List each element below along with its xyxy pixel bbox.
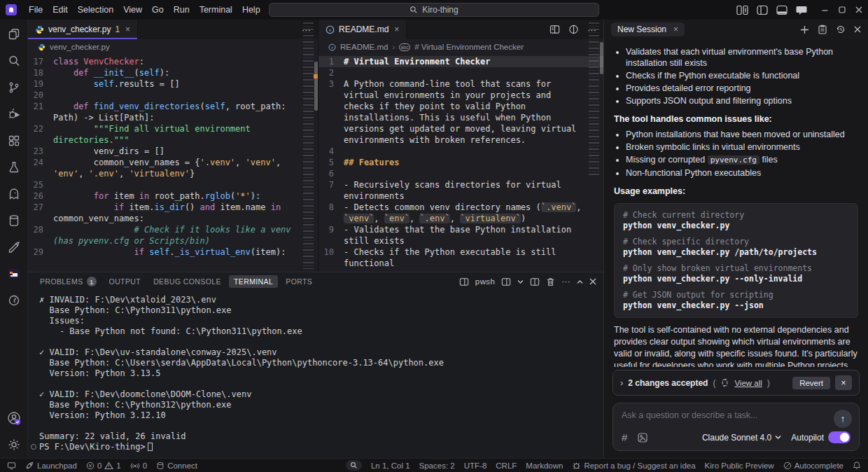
pixel-art-icon[interactable] (6, 266, 22, 282)
code-line: 5## Features (318, 157, 603, 168)
launchpad-status[interactable]: Launchpad (25, 461, 77, 470)
menu-terminal[interactable]: Terminal (195, 4, 237, 16)
changes-accepted-bar[interactable]: › 2 changes accepted ( View all ) Revert… (612, 370, 860, 396)
history-icon[interactable] (836, 25, 846, 34)
connect-status[interactable]: Connect (156, 461, 197, 470)
search-icon[interactable] (6, 53, 22, 69)
trash-icon[interactable] (546, 277, 555, 286)
command-search-box[interactable]: Kiro-thing (269, 3, 599, 17)
breadcrumb[interactable]: README.md › abc # Virtual Environment Ch… (318, 39, 603, 55)
maximize-button[interactable] (839, 6, 846, 13)
language-mode[interactable]: Markdown (526, 461, 563, 470)
problems-status[interactable]: 0 1 (86, 461, 121, 470)
chat-icon[interactable] (796, 5, 807, 15)
terminal-prompt-line[interactable]: PS F:\Dev\Kiro-thing> (39, 442, 603, 452)
terminal-instance-icon[interactable] (459, 277, 469, 286)
eol-sequence[interactable]: CRLF (496, 461, 517, 470)
panel-bottom-icon[interactable] (776, 5, 788, 15)
history-icon[interactable] (6, 293, 22, 308)
account-icon[interactable] (6, 410, 22, 426)
close-session-icon[interactable]: × (673, 25, 678, 34)
kiro-preview-label[interactable]: Kiro Public Preview (705, 461, 774, 470)
code-editor-readme[interactable]: 1# Virtual Environment Checker2 3A Pytho… (318, 55, 603, 272)
tab-readme[interactable]: README.md × (318, 20, 407, 39)
feedback-link[interactable]: Report a bug / Suggest an idea (572, 461, 695, 470)
chevron-down-icon[interactable] (517, 279, 524, 284)
markdown-preview-icon[interactable] (550, 25, 560, 34)
chevron-up-icon[interactable] (577, 279, 583, 284)
prompt-pen-icon[interactable] (6, 240, 22, 255)
run-debug-icon[interactable] (6, 106, 22, 122)
extensions-icon[interactable] (6, 133, 22, 148)
close-panel-icon[interactable] (589, 278, 596, 285)
autocomplete-status[interactable]: Autocomplete (783, 461, 844, 470)
indentation[interactable]: Spaces: 2 (419, 461, 455, 470)
code-line: 10- Checks if the Python executable is s… (318, 247, 603, 269)
scrollbar[interactable] (600, 42, 603, 74)
minimize-button[interactable] (821, 6, 829, 14)
expand-chevron-icon[interactable]: › (620, 377, 623, 388)
menu-selection[interactable]: Selection (73, 4, 118, 16)
close-panel-icon[interactable] (854, 26, 861, 33)
scrollbar[interactable] (314, 62, 318, 111)
kiro-ghost-icon[interactable] (6, 186, 22, 202)
chat-session-tab[interactable]: New Session × (611, 22, 685, 36)
tab-venv-checker[interactable]: venv_checker.py 1 × (28, 20, 138, 39)
new-terminal-icon[interactable] (501, 277, 511, 286)
close-tab-icon[interactable]: × (394, 25, 399, 34)
menu-go[interactable]: Go (147, 4, 169, 16)
chat-message-area[interactable]: Validates that each virtual environment'… (604, 39, 868, 367)
tab-debug-console[interactable]: DEBUG CONSOLE (148, 275, 226, 288)
testing-icon[interactable] (6, 160, 22, 175)
model-selector[interactable]: Claude Sonnet 4.0 (702, 433, 781, 443)
kiro-logo-icon[interactable] (6, 4, 17, 15)
chat-input[interactable] (622, 410, 809, 420)
tab-problems[interactable]: PROBLEMS1 (35, 275, 102, 289)
more-actions-icon[interactable]: ··· (587, 25, 596, 35)
explorer-icon[interactable] (6, 27, 22, 42)
panel-left-icon[interactable] (757, 5, 768, 15)
tab-ports[interactable]: PORTS (281, 275, 317, 288)
close-button[interactable] (855, 6, 862, 13)
split-terminal-icon[interactable] (530, 277, 540, 286)
breadcrumb[interactable]: venv_checker.py (28, 39, 318, 55)
broadcast-status[interactable]: 0 (130, 461, 147, 470)
settings-gear-icon[interactable] (6, 437, 22, 452)
menu-edit[interactable]: Edit (48, 4, 73, 16)
shell-label[interactable]: pwsh (475, 277, 495, 286)
encoding[interactable]: UTF-8 (464, 461, 487, 470)
code-line: 1# Virtual Environment Checker (318, 56, 603, 67)
context-hash-icon[interactable]: # (622, 431, 627, 443)
menu-run[interactable]: Run (169, 4, 195, 16)
close-tab-icon[interactable]: × (125, 25, 130, 34)
revert-button[interactable]: Revert (792, 377, 830, 389)
bell-icon[interactable] (853, 461, 861, 470)
view-all-link[interactable]: View all (734, 379, 762, 387)
code-line: 9- Validates that the base Python instal… (318, 224, 603, 247)
autopilot-toggle[interactable] (828, 431, 850, 443)
customize-layout-icon[interactable] (736, 5, 748, 15)
tab-output[interactable]: OUTPUT (104, 275, 146, 288)
tab-terminal[interactable]: TERMINAL (229, 275, 278, 288)
cursor-position[interactable]: Ln 1, Col 1 (371, 461, 410, 470)
more-actions-icon[interactable]: ··· (561, 277, 570, 286)
send-button[interactable]: ↑ (834, 410, 852, 428)
terminal-line: Version: Python 3.13.5 (39, 368, 603, 379)
attach-image-icon[interactable] (637, 432, 648, 443)
split-editor-icon[interactable] (568, 25, 579, 34)
dismiss-changes-button[interactable]: × (835, 375, 852, 390)
terminal-output[interactable]: ✗ INVALID: F:\Dev\xtaloid_2023\.env Base… (28, 291, 603, 458)
screencast-pill[interactable] (346, 460, 362, 471)
task-list-icon[interactable] (818, 25, 827, 34)
chat-input-box[interactable]: ↑ # Claude Sonnet 4.0 Autopilot (612, 403, 860, 451)
menu-view[interactable]: View (118, 4, 147, 16)
info-icon (326, 25, 335, 34)
new-session-icon[interactable] (800, 25, 809, 34)
database-icon[interactable] (6, 213, 22, 228)
more-actions-icon[interactable]: ··· (302, 25, 311, 35)
source-control-icon[interactable] (6, 80, 22, 95)
menu-help[interactable]: Help (237, 4, 265, 16)
remote-indicator[interactable] (7, 461, 16, 470)
code-editor-python[interactable]: 17class VenvChecker:18 def __init__(self… (28, 55, 318, 272)
menu-file[interactable]: File (24, 4, 48, 16)
